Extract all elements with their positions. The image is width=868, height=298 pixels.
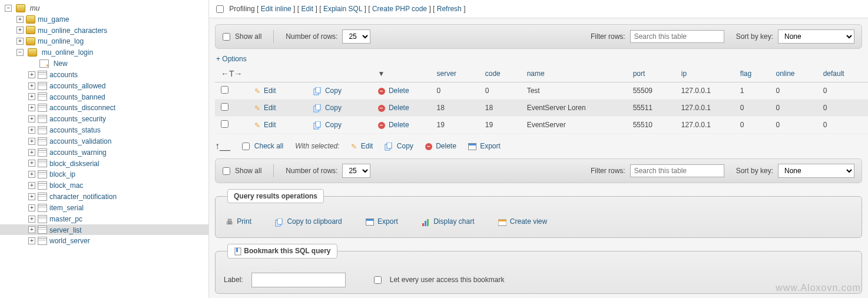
expand-icon[interactable]: + bbox=[28, 149, 35, 156]
expand-icon[interactable]: + bbox=[28, 115, 35, 122]
tree-table[interactable]: +server_list bbox=[0, 224, 208, 236]
pencil-icon: ✎ bbox=[254, 121, 260, 130]
expand-icon[interactable]: + bbox=[28, 104, 35, 111]
filter-input-2[interactable] bbox=[630, 164, 724, 177]
copy-clipboard-link[interactable]: Copy to clipboard bbox=[275, 217, 342, 226]
options-link[interactable]: + Options bbox=[216, 55, 861, 63]
expand-icon[interactable]: + bbox=[28, 204, 35, 211]
num-rows-select-2[interactable]: 25 bbox=[342, 164, 370, 178]
bookmark-public-checkbox[interactable] bbox=[374, 276, 382, 284]
col-default[interactable]: default bbox=[823, 69, 844, 78]
col-server[interactable]: server bbox=[437, 69, 456, 78]
num-rows-select[interactable]: 25 bbox=[342, 29, 370, 44]
tree-db-expanded[interactable]: − mu_online_login bbox=[0, 47, 208, 58]
copy-icon bbox=[385, 142, 393, 151]
bookmark-input[interactable] bbox=[251, 273, 346, 287]
profiling-checkbox[interactable] bbox=[216, 5, 224, 13]
row-delete[interactable]: − Delete bbox=[378, 87, 409, 95]
tree-table[interactable]: +character_notification bbox=[0, 191, 208, 202]
tree-table[interactable]: +accounts_security bbox=[0, 113, 208, 124]
tree-root[interactable]: − mu bbox=[0, 2, 208, 14]
tree-table[interactable]: +block_ip bbox=[0, 168, 208, 180]
tree-db[interactable]: +mu_online_characters bbox=[0, 25, 208, 36]
col-port[interactable]: port bbox=[633, 69, 645, 78]
tree-table[interactable]: +block_mac bbox=[0, 180, 208, 191]
profiling-link[interactable]: Edit inline bbox=[261, 5, 291, 13]
sort-desc-icon[interactable]: ▼ bbox=[378, 69, 385, 78]
row-edit[interactable]: ✎ Edit bbox=[254, 87, 276, 95]
tree-table[interactable]: +accounts_banned bbox=[0, 91, 208, 102]
expand-icon[interactable]: + bbox=[28, 171, 35, 178]
bulk-delete[interactable]: − Delete bbox=[425, 142, 456, 150]
tree-db[interactable]: +mu_game bbox=[0, 14, 208, 25]
tree-table[interactable]: +accounts_allowed bbox=[0, 80, 208, 91]
nav-arrows-icon[interactable]: ←T→ bbox=[221, 69, 243, 78]
expand-icon[interactable]: + bbox=[28, 71, 35, 78]
tree-table[interactable]: +item_serial bbox=[0, 202, 208, 213]
profiling-link[interactable]: Explain SQL bbox=[323, 5, 362, 13]
check-all-link[interactable]: Check all bbox=[254, 142, 283, 150]
cell-name: EventServer Loren bbox=[521, 100, 627, 117]
expand-icon[interactable]: + bbox=[28, 127, 35, 134]
expand-icon[interactable]: + bbox=[28, 193, 35, 200]
filter-label-2: Filter rows: bbox=[591, 167, 625, 175]
create-view-link[interactable]: Create view bbox=[498, 217, 548, 226]
col-online[interactable]: online bbox=[776, 69, 794, 78]
row-checkbox[interactable] bbox=[221, 86, 228, 94]
tree-db[interactable]: +mu_online_log bbox=[0, 35, 208, 47]
profiling-link[interactable]: Create PHP code bbox=[372, 5, 427, 13]
tree-table[interactable]: +accounts_disconnect bbox=[0, 102, 208, 113]
col-ip[interactable]: ip bbox=[681, 69, 687, 78]
show-all-checkbox-2[interactable] bbox=[223, 167, 230, 175]
print-link[interactable]: 🖶 Print bbox=[226, 217, 251, 226]
row-delete[interactable]: − Delete bbox=[378, 104, 409, 112]
show-all-checkbox[interactable] bbox=[223, 33, 230, 41]
row-delete[interactable]: − Delete bbox=[378, 121, 409, 129]
tree-table[interactable]: +block_diskserial bbox=[0, 158, 208, 169]
tree-new[interactable]: New bbox=[0, 58, 208, 69]
expand-icon[interactable]: + bbox=[16, 16, 24, 23]
row-copy[interactable]: Copy bbox=[313, 121, 342, 129]
profiling-link[interactable]: Edit bbox=[301, 5, 313, 13]
export-link[interactable]: Export bbox=[366, 217, 398, 226]
expand-icon[interactable]: + bbox=[28, 216, 35, 223]
col-flag[interactable]: flag bbox=[740, 69, 751, 78]
bulk-export[interactable]: Export bbox=[468, 142, 501, 150]
bulk-copy[interactable]: Copy bbox=[385, 142, 413, 151]
collapse-icon[interactable]: − bbox=[16, 49, 24, 56]
expand-icon[interactable]: + bbox=[16, 27, 24, 34]
chart-link[interactable]: Display chart bbox=[422, 217, 475, 226]
collapse-icon[interactable]: − bbox=[5, 5, 12, 12]
expand-icon[interactable]: + bbox=[28, 237, 35, 244]
filter-input[interactable] bbox=[630, 30, 724, 43]
row-copy[interactable]: Copy bbox=[313, 87, 342, 95]
row-checkbox[interactable] bbox=[221, 120, 228, 128]
tree-table[interactable]: +accounts_status bbox=[0, 124, 208, 135]
tree-table[interactable]: +accounts bbox=[0, 69, 208, 80]
tree-table-label: accounts_validation bbox=[49, 137, 111, 145]
row-checkbox[interactable] bbox=[221, 103, 228, 111]
row-copy[interactable]: Copy bbox=[313, 104, 342, 112]
tree-table[interactable]: +world_server bbox=[0, 235, 208, 246]
expand-icon[interactable]: + bbox=[28, 182, 35, 189]
row-edit[interactable]: ✎ Edit bbox=[254, 104, 276, 112]
check-all-checkbox[interactable] bbox=[242, 143, 250, 150]
table-icon bbox=[38, 82, 47, 90]
row-edit[interactable]: ✎ Edit bbox=[254, 121, 276, 129]
expand-icon[interactable]: + bbox=[28, 226, 35, 233]
tree-table-label: accounts_allowed bbox=[49, 82, 105, 90]
tree-table[interactable]: +master_pc bbox=[0, 213, 208, 224]
expand-icon[interactable]: + bbox=[28, 138, 35, 145]
tree-table[interactable]: +accounts_validation bbox=[0, 135, 208, 147]
profiling-link[interactable]: Refresh bbox=[437, 5, 462, 13]
expand-icon[interactable]: + bbox=[16, 38, 24, 45]
sort-select-2[interactable]: None bbox=[778, 164, 854, 178]
expand-icon[interactable]: + bbox=[28, 93, 35, 100]
sort-select[interactable]: None bbox=[778, 29, 854, 44]
col-name[interactable]: name bbox=[527, 69, 545, 78]
bulk-edit[interactable]: ✎ Edit bbox=[351, 142, 373, 151]
expand-icon[interactable]: + bbox=[28, 82, 35, 90]
tree-table[interactable]: +accounts_warning bbox=[0, 147, 208, 158]
expand-icon[interactable]: + bbox=[28, 160, 35, 167]
col-code[interactable]: code bbox=[485, 69, 501, 78]
